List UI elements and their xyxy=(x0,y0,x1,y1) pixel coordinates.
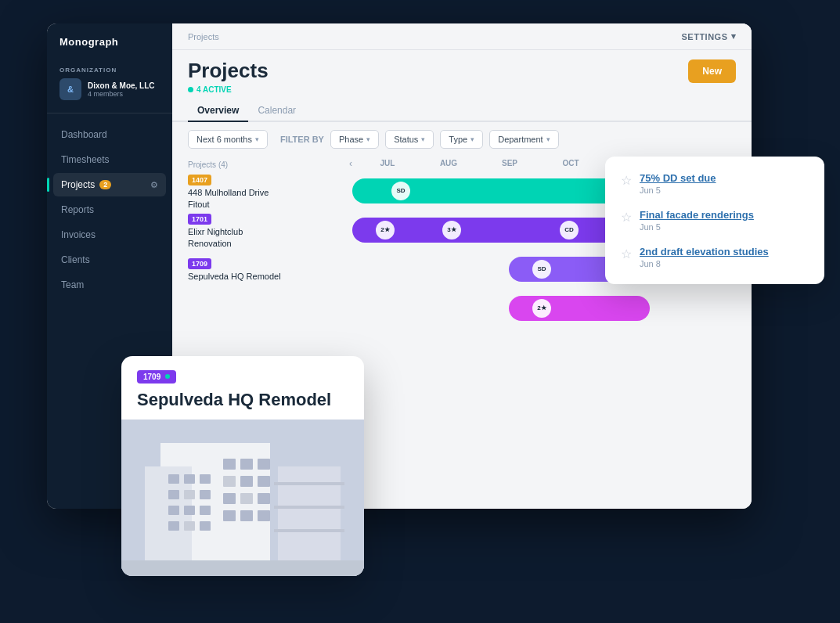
svg-rect-11 xyxy=(200,506,211,515)
task-3-title[interactable]: 2nd draft elevation studies xyxy=(640,246,769,257)
project-card-id: 1709 xyxy=(137,370,176,384)
sidebar-item-clients[interactable]: Clients xyxy=(53,248,166,272)
building-illustration xyxy=(121,420,364,576)
task-3-star-icon[interactable]: ☆ xyxy=(621,247,632,261)
svg-rect-16 xyxy=(240,459,253,470)
project-status-dot xyxy=(165,374,170,379)
project-card-image xyxy=(121,420,364,576)
tab-bar: Overview Calendar xyxy=(172,94,752,122)
svg-rect-19 xyxy=(240,476,253,487)
filter-by-label: FILTER BY xyxy=(280,135,324,144)
svg-rect-18 xyxy=(223,476,236,487)
svg-rect-15 xyxy=(223,459,236,470)
task-2-date: Jun 5 xyxy=(640,222,754,232)
nav-badge: 2 xyxy=(99,180,111,189)
gantt-marker: 2★ xyxy=(532,299,551,318)
org-label: ORGANIZATION xyxy=(59,67,160,74)
sidebar-item-reports[interactable]: Reports xyxy=(53,198,166,221)
month-aug: AUG xyxy=(418,159,479,167)
task-2-star-icon[interactable]: ☆ xyxy=(621,210,632,225)
svg-rect-10 xyxy=(184,506,195,515)
sidebar-item-timesheets[interactable]: Timesheets xyxy=(53,148,166,171)
task-1-title[interactable]: 75% DD set due xyxy=(640,172,716,184)
svg-rect-6 xyxy=(168,490,179,499)
gear-icon[interactable]: ⚙ xyxy=(150,180,158,190)
gantt-row-label: 1407448 Mulholland Drive Fitout xyxy=(188,171,344,210)
svg-rect-13 xyxy=(184,521,195,531)
breadcrumb: Projects xyxy=(188,32,219,41)
active-count: 4 ACTIVE xyxy=(196,85,232,94)
gantt-row-label: 1701Elixr Nightclub Renovation xyxy=(188,211,344,249)
task-3-date: Jun 8 xyxy=(640,259,769,268)
month-sep: SEP xyxy=(479,159,540,167)
svg-rect-7 xyxy=(184,490,195,499)
project-id-badge: 1701 xyxy=(188,214,211,225)
filters-row: Next 6 months ▾ FILTER BY Phase ▾ Status… xyxy=(172,122,752,157)
gantt-marker: 2★ xyxy=(376,221,395,239)
sidebar-item-label: Reports xyxy=(61,204,94,215)
sidebar-item-team[interactable]: Team xyxy=(53,273,166,297)
task-2-info: Final facade renderings Jun 5 xyxy=(640,209,754,232)
sidebar-item-projects[interactable]: Projects2⚙ xyxy=(53,173,166,196)
org-name: Dixon & Moe, LLC xyxy=(88,81,160,90)
gantt-prev-button[interactable]: ‹ xyxy=(344,158,357,169)
svg-rect-23 xyxy=(258,493,270,504)
gantt-marker: CD xyxy=(560,221,579,239)
settings-button[interactable]: SETTINGS ▾ xyxy=(681,31,736,41)
svg-rect-4 xyxy=(184,474,195,484)
page-title: Projects xyxy=(188,59,269,82)
svg-rect-12 xyxy=(168,521,179,531)
active-badge: 4 ACTIVE xyxy=(188,85,269,94)
top-bar: Projects SETTINGS ▾ xyxy=(172,23,752,50)
sidebar-item-label: Team xyxy=(61,279,84,290)
svg-rect-14 xyxy=(200,521,211,531)
svg-rect-3 xyxy=(168,474,179,484)
tasks-card: ☆ 75% DD set due Jun 5 ☆ Final facade re… xyxy=(605,157,824,284)
gantt-marker: SD xyxy=(391,182,410,200)
sidebar-item-dashboard[interactable]: Dashboard xyxy=(53,123,166,146)
task-item-3: ☆ 2nd draft elevation studies Jun 8 xyxy=(621,246,809,268)
svg-rect-31 xyxy=(121,560,364,576)
task-1-star-icon[interactable]: ☆ xyxy=(621,173,632,188)
svg-rect-26 xyxy=(258,510,270,521)
org-info: Dixon & Moe, LLC 4 members xyxy=(88,81,160,98)
task-3-info: 2nd draft elevation studies Jun 8 xyxy=(640,246,769,268)
project-name: 448 Mulholland Drive Fitout xyxy=(188,187,344,210)
tab-calendar[interactable]: Calendar xyxy=(248,100,305,122)
sidebar-item-invoices[interactable]: Invoices xyxy=(53,223,166,247)
sidebar-item-label: Projects xyxy=(61,179,95,190)
org-section: ORGANIZATION & Dixon & Moe, LLC 4 member… xyxy=(47,60,172,113)
app-logo: Monograph xyxy=(47,36,172,60)
project-name: Sepulveda HQ Remodel xyxy=(188,271,344,282)
month-oct: OCT xyxy=(540,159,601,167)
month-jul: JUL xyxy=(357,159,418,167)
sidebar-item-label: Clients xyxy=(61,254,90,265)
department-filter[interactable]: Department ▾ xyxy=(489,130,558,149)
project-card: 1709 Sepulveda HQ Remodel xyxy=(121,356,364,576)
gantt-bar[interactable] xyxy=(509,296,650,321)
projects-title-area: Projects 4 ACTIVE xyxy=(188,59,269,94)
projects-count-label: Projects (4) xyxy=(188,160,228,169)
project-id-badge: 1709 xyxy=(188,258,211,269)
svg-rect-28 xyxy=(274,482,344,485)
status-filter[interactable]: Status ▾ xyxy=(385,130,434,149)
task-1-date: Jun 5 xyxy=(640,185,716,195)
phase-filter[interactable]: Phase ▾ xyxy=(330,130,379,149)
sidebar-item-label: Timesheets xyxy=(61,154,110,165)
svg-rect-25 xyxy=(240,510,253,521)
gantt-marker: SD xyxy=(532,260,551,279)
gantt-row-label: 1709Sepulveda HQ Remodel xyxy=(188,255,344,282)
gantt-row: 2★ xyxy=(188,291,736,326)
time-range-filter[interactable]: Next 6 months ▾ xyxy=(188,130,268,149)
svg-rect-8 xyxy=(200,490,211,499)
tab-overview[interactable]: Overview xyxy=(188,100,248,122)
svg-rect-17 xyxy=(258,459,270,470)
task-2-title[interactable]: Final facade renderings xyxy=(640,209,754,221)
project-name: Elixr Nightclub Renovation xyxy=(188,226,344,249)
new-project-button[interactable]: New xyxy=(688,59,736,83)
svg-rect-21 xyxy=(223,493,236,504)
active-dot xyxy=(188,87,193,92)
gantt-marker: 3★ xyxy=(442,221,461,239)
type-filter[interactable]: Type ▾ xyxy=(440,130,483,149)
svg-rect-5 xyxy=(200,474,211,484)
